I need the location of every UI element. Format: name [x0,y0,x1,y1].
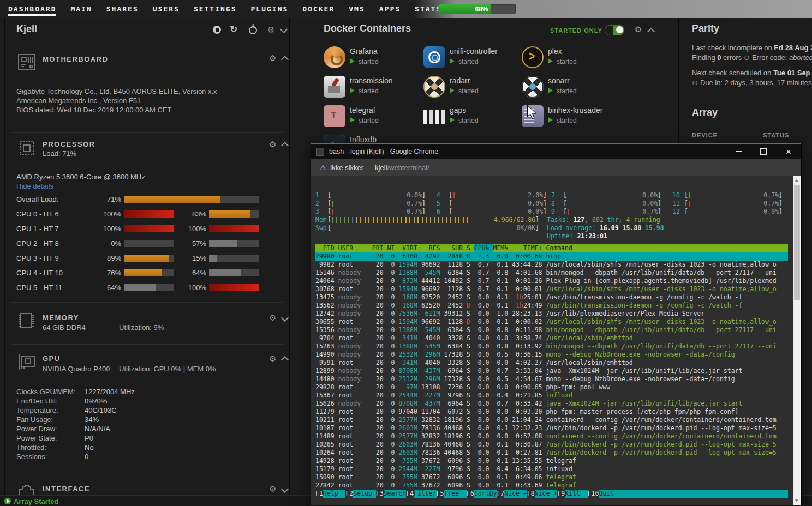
table-row: 15179 root 20 0 2544M 227M 9796 S 0.0 0.… [315,465,788,473]
container-name[interactable]: Grafana [350,47,378,56]
container-name[interactable]: radarr [450,76,470,85]
swp-label: Swp [315,224,327,232]
meter-bracket: [ [684,191,688,200]
nav-item-users[interactable]: USERS [146,0,187,18]
container-name[interactable]: plex [548,47,562,56]
nav-item-apps[interactable]: APPS [372,0,408,18]
transmission-icon[interactable] [324,76,345,98]
not-secure-label[interactable]: Ikke sikker [330,164,363,172]
mem-tick [397,217,398,223]
nav-item-settings[interactable]: SETTINGS [187,0,244,18]
minimize-button[interactable] [726,144,751,159]
table-row: 15263 nobody 20 0 1388M 545M 6384 S 0.0 … [315,342,788,351]
tasks-part: 127 [573,216,584,224]
nav-item-plugins[interactable]: PLUGINS [244,0,296,18]
sonarr-icon[interactable] [522,76,544,98]
terminal-scrollbar[interactable] [793,176,801,505]
gear-icon[interactable]: ⚙ [269,314,276,322]
address-bar[interactable]: ⚠ Ikke sikker kjell/webterminal/ [311,159,801,176]
radarr-icon[interactable] [423,76,445,98]
started-only-toggle[interactable] [605,25,624,35]
container-name[interactable]: sonarr [548,76,570,85]
cpu-meter-2: 2[0.7%] [315,200,426,208]
unifi-icon[interactable] [423,46,445,68]
nav-item-vms[interactable]: VMS [342,0,372,18]
cpu-bar [124,196,259,203]
nav-item-shares[interactable]: SHARES [99,0,146,18]
mem-tick [414,217,415,223]
container-name[interactable]: telegraf [350,106,375,115]
url-host[interactable]: kjell [375,164,387,172]
container-name[interactable]: unifi-controller [450,47,498,56]
gear-icon[interactable]: ⚙ [269,54,276,62]
meter-number: 5 [437,200,449,208]
nav-item-docker[interactable]: DOCKER [295,0,342,18]
cpu-core-pct: 100% [81,210,121,218]
meter-bracket: ] [422,191,426,200]
tasks-part: Tasks: [547,216,573,224]
mem-tick [434,217,435,223]
meter-bracket: [ [563,208,567,216]
container-name[interactable]: gaps [450,106,466,115]
mem-tick [458,217,459,223]
refresh-icon[interactable]: ↻ [230,25,237,34]
mem-tick [348,217,349,223]
chevron-up-icon[interactable] [281,142,289,149]
gear-icon[interactable]: ⚙ [269,485,276,493]
gear-icon[interactable]: ⚙ [267,26,274,34]
gear-icon[interactable]: ⚙ [269,354,276,363]
url-path[interactable]: /webterminal/ [387,164,429,172]
meter-number: 7 [551,191,563,200]
chevron-up-icon[interactable] [281,356,289,364]
table-row: 30655 root 20 0 1594M 96692 1128 D 0.0 0… [315,318,788,326]
uptime-part: Uptime: [547,232,577,240]
mem-tick [340,217,341,223]
cpu-ht-pct: 15% [166,254,206,262]
telegraf-icon[interactable] [324,105,345,127]
gaps-icon[interactable] [423,110,445,124]
container-name[interactable]: binhex-krusader [548,106,602,115]
gear-icon[interactable]: ⚙ [269,140,276,148]
gear-icon[interactable]: ⚙ [635,25,642,33]
grafana-icon[interactable] [324,46,345,68]
cpu-bar-fill [124,255,169,262]
cpu-ht-pct: 57% [166,239,206,248]
cpu-core-pct: 76% [81,269,121,277]
container-status: started [548,117,577,124]
table-row: 14990 nobody 20 0 2532M 296M 17328 S 0.0… [315,351,788,359]
divider [289,18,290,495]
maximize-button[interactable] [751,144,776,159]
container-name[interactable]: transmission [350,76,393,85]
scroll-down-arrow[interactable] [795,499,799,502]
fkey-f8: F8 [527,490,535,498]
chevron-down-icon[interactable] [281,485,289,493]
hide-details-link[interactable]: Hide details [16,182,53,190]
window-title-bar[interactable]: bash --login (Kjell) - Google Chrome × [311,144,801,159]
fkey-label: Quit [599,490,788,498]
scrollbar-thumb[interactable] [794,185,800,300]
cpu-meter-6: 6[0.0%] [437,208,547,216]
chevron-down-icon[interactable] [280,26,288,33]
divider [11,475,283,475]
not-secure-icon[interactable]: ⚠ [320,164,326,172]
close-button[interactable]: × [776,144,801,159]
divider [11,344,283,345]
nav-item-dashboard[interactable]: DASHBOARD [1,0,63,18]
plex-icon[interactable] [522,46,544,68]
parity-due-in: ⊙Due in: 2 days, 3 hours, 17 minutes [692,79,811,87]
meter-bracket: [ [327,191,331,200]
mem-tick [389,217,390,223]
power-icon[interactable] [249,26,257,34]
scroll-up-arrow[interactable] [795,179,799,182]
chevron-down-icon[interactable] [281,314,289,322]
nav-item-main[interactable]: MAIN [63,0,99,18]
chevron-up-icon[interactable] [281,56,289,63]
parity-progress-fill: 68% [438,4,491,14]
record-icon[interactable] [213,26,221,34]
meter-pct: 2.0% [528,191,543,200]
motherboard-line: Gigabyte Technology Co., Ltd. B450 AORUS… [16,87,217,95]
terminal-htop[interactable]: 1[0.0%]2[0.7%]3[0.7%] 4[2.0%]5[0.0%]6[0.… [315,191,331,298]
krusader-icon[interactable] [522,105,544,127]
chevron-up-icon[interactable] [647,28,655,35]
divider [369,164,369,172]
